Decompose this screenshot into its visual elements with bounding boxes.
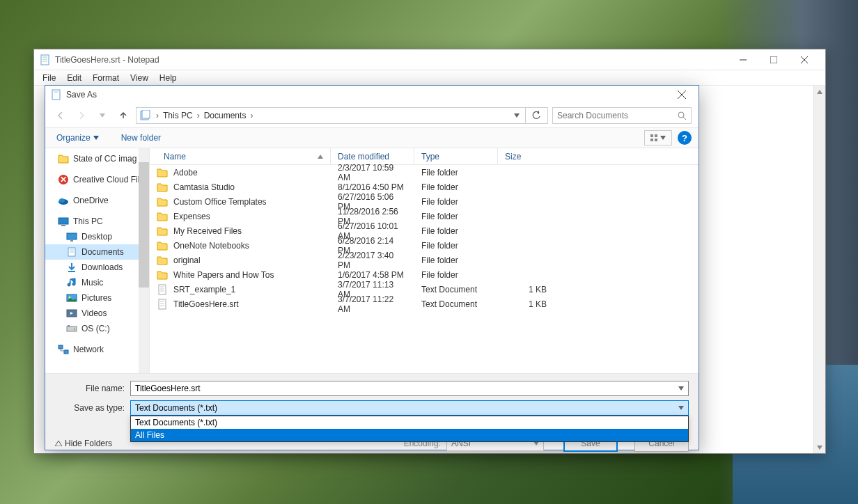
- svg-rect-0: [41, 55, 49, 65]
- column-size[interactable]: Size: [498, 148, 554, 164]
- file-name: original: [173, 255, 201, 265]
- svg-marker-9: [817, 446, 822, 450]
- search-field[interactable]: [557, 111, 675, 120]
- sidebar-item-label: Pictures: [81, 293, 111, 303]
- menu-format[interactable]: Format: [87, 72, 125, 84]
- file-row[interactable]: Camtasia Studio8/1/2016 4:50 PMFile fold…: [150, 180, 699, 194]
- refresh-button[interactable]: [525, 107, 542, 124]
- new-folder-button[interactable]: New folder: [117, 130, 165, 145]
- svg-rect-34: [70, 240, 73, 242]
- chevron-right-icon[interactable]: ›: [153, 111, 162, 120]
- breadcrumb-root[interactable]: This PC: [162, 111, 194, 120]
- close-button[interactable]: [789, 49, 820, 70]
- file-type: Text Document: [414, 299, 498, 309]
- file-row[interactable]: Adobe2/3/2017 10:59 AMFile folder: [150, 165, 699, 180]
- file-row[interactable]: TitleGoesHere.srt3/7/2017 11:22 AMText D…: [150, 297, 699, 311]
- sidebar-item-music[interactable]: Music: [45, 275, 149, 290]
- bottom-panel: File name: Save as type: Text Documents …: [45, 373, 699, 450]
- sidebar-item-state-of-cc-imag[interactable]: State of CC imag: [45, 151, 149, 166]
- file-name: My Received Files: [173, 226, 242, 236]
- scroll-up-icon[interactable]: [814, 86, 825, 97]
- menu-view[interactable]: View: [125, 72, 154, 84]
- file-type: File folder: [414, 241, 498, 251]
- breadcrumb[interactable]: › This PC › Documents ›: [136, 107, 548, 124]
- sidebar-item-downloads[interactable]: Downloads: [45, 260, 149, 275]
- search-icon[interactable]: [678, 111, 687, 120]
- svg-rect-33: [67, 233, 77, 239]
- notepad-titlebar[interactable]: TitleGoesHere.srt - Notepad: [34, 49, 825, 70]
- svg-point-30: [59, 198, 65, 203]
- view-options-button[interactable]: [644, 130, 672, 145]
- file-row[interactable]: OneNote Notebooks6/28/2016 2:14 PMFile f…: [150, 238, 699, 253]
- sidebar-item-this-pc[interactable]: This PC: [45, 214, 149, 229]
- sidebar-item-network[interactable]: Network: [45, 342, 149, 357]
- sidebar-item-documents[interactable]: Documents: [45, 244, 149, 260]
- nav-up-button[interactable]: [115, 107, 132, 124]
- chevron-down-icon[interactable]: [514, 113, 520, 118]
- file-date: 2/23/2017 3:40 PM: [331, 251, 414, 270]
- file-row[interactable]: White Papers and How Tos1/6/2017 4:58 PM…: [150, 267, 699, 282]
- dropdown-option-all[interactable]: All Files: [131, 429, 688, 441]
- save-as-dialog: Save As › This PC › Documents › Organize…: [45, 85, 699, 450]
- help-button[interactable]: ?: [678, 131, 692, 145]
- chevron-up-icon: [55, 441, 62, 446]
- sidebar-item-onedrive[interactable]: OneDrive: [45, 193, 149, 208]
- sidebar-item-os-c-[interactable]: OS (C:): [45, 321, 149, 336]
- svg-marker-57: [678, 386, 684, 391]
- sidebar-item-creative-cloud-fil[interactable]: ✕Creative Cloud Fil: [45, 172, 149, 187]
- svg-rect-5: [770, 56, 777, 63]
- file-name: Adobe: [173, 168, 198, 178]
- pictures-icon: [66, 292, 77, 304]
- svg-rect-22: [650, 134, 653, 137]
- menu-help[interactable]: Help: [154, 72, 182, 84]
- chevron-right-icon[interactable]: ›: [247, 111, 256, 120]
- nav-back-button[interactable]: [52, 107, 69, 124]
- svg-rect-10: [52, 90, 60, 100]
- sidebar-item-pictures[interactable]: Pictures: [45, 290, 149, 306]
- menu-file[interactable]: File: [37, 72, 61, 84]
- chevron-right-icon[interactable]: ›: [194, 111, 203, 120]
- filename-input[interactable]: [130, 381, 689, 396]
- downloads-icon: [66, 262, 77, 273]
- column-type[interactable]: Type: [414, 148, 498, 164]
- chevron-down-icon[interactable]: [678, 386, 684, 391]
- scroll-down-icon[interactable]: [814, 441, 825, 453]
- minimize-button[interactable]: [728, 49, 758, 70]
- hide-folders-button[interactable]: Hide Folders: [55, 439, 112, 448]
- search-input[interactable]: [552, 107, 692, 124]
- file-type: Text Document: [414, 285, 498, 294]
- column-name[interactable]: Name: [150, 148, 331, 164]
- filename-field[interactable]: [135, 384, 678, 393]
- menu-edit[interactable]: Edit: [61, 72, 87, 84]
- file-date: 3/7/2017 11:22 AM: [331, 294, 414, 314]
- maximize-button[interactable]: [758, 49, 789, 70]
- sidebar-item-label: Music: [81, 278, 103, 288]
- notepad-menubar: File Edit Format View Help: [34, 70, 825, 86]
- nav-forward-button[interactable]: [73, 107, 90, 124]
- folder-icon: [157, 182, 168, 193]
- folder-icon: [157, 255, 168, 266]
- nav-recent-dropdown[interactable]: [94, 107, 111, 124]
- dropdown-option-txt[interactable]: Text Documents (*.txt): [131, 416, 688, 429]
- drive-icon: [66, 323, 77, 334]
- file-size: 1 KB: [498, 299, 554, 309]
- saveastype-combo[interactable]: Text Documents (*.txt): [130, 400, 689, 416]
- sidebar-item-desktop[interactable]: Desktop: [45, 229, 149, 244]
- file-row[interactable]: original2/23/2017 3:40 PMFile folder: [150, 253, 699, 267]
- file-row[interactable]: Expenses11/28/2016 2:56 PMFile folder: [150, 209, 699, 223]
- chevron-down-icon[interactable]: [678, 406, 684, 410]
- sidebar-item-videos[interactable]: Videos: [45, 306, 149, 321]
- organize-button[interactable]: Organize: [52, 130, 103, 145]
- notepad-scrollbar[interactable]: [813, 86, 825, 453]
- dialog-titlebar[interactable]: Save As: [45, 86, 699, 104]
- notepad-icon: [40, 54, 51, 65]
- file-row[interactable]: SRT_example_13/7/2017 11:13 AMText Docum…: [150, 282, 699, 297]
- svg-marker-48: [318, 155, 323, 159]
- saveastype-dropdown[interactable]: Text Documents (*.txt) All Files: [130, 416, 689, 442]
- sidebar-scrollbar[interactable]: [139, 148, 149, 373]
- file-row[interactable]: Custom Office Templates6/27/2016 5:06 PM…: [150, 194, 699, 209]
- file-row[interactable]: My Received Files6/27/2016 10:01 AMFile …: [150, 223, 699, 238]
- breadcrumb-folder[interactable]: Documents: [203, 111, 248, 120]
- dialog-close-button[interactable]: [671, 86, 693, 104]
- dialog-navbar: › This PC › Documents ›: [45, 104, 699, 127]
